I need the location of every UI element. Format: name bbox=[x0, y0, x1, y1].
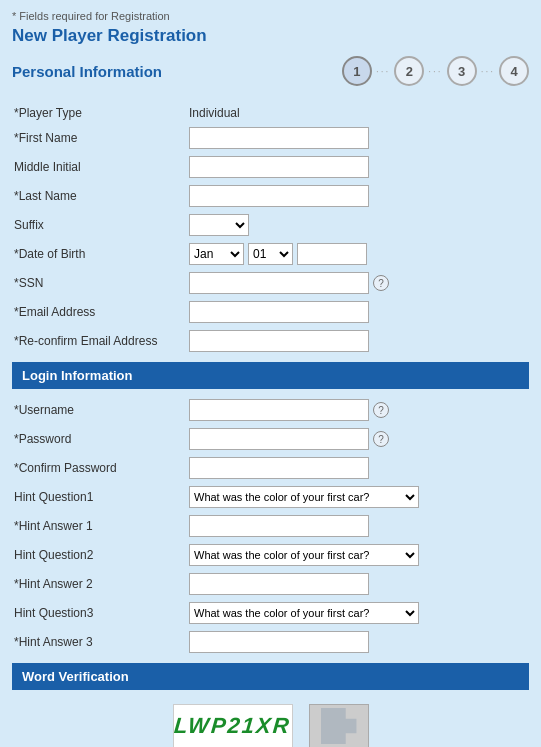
dob-label: *Date of Birth bbox=[14, 247, 189, 261]
confirm-password-row: *Confirm Password bbox=[12, 457, 529, 479]
hint-q2-select[interactable]: What was the color of your first car? bbox=[189, 544, 419, 566]
email-input[interactable] bbox=[189, 301, 369, 323]
password-label: *Password bbox=[14, 432, 189, 446]
hint-a3-label: *Hint Answer 3 bbox=[14, 635, 189, 649]
suffix-row: Suffix Jr. Sr. II III bbox=[12, 214, 529, 236]
username-input[interactable] bbox=[189, 399, 369, 421]
middle-initial-input[interactable] bbox=[189, 156, 369, 178]
middle-initial-row: Middle Initial bbox=[12, 156, 529, 178]
hint-a2-row: *Hint Answer 2 bbox=[12, 573, 529, 595]
reconfirm-email-input[interactable] bbox=[189, 330, 369, 352]
steps-indicator: 1 ··· 2 ··· 3 ··· 4 bbox=[342, 56, 529, 86]
password-input[interactable] bbox=[189, 428, 369, 450]
personal-info-title: Personal Information bbox=[12, 63, 342, 80]
login-info-section: *Username ? *Password ? *Confirm Passwor… bbox=[12, 399, 529, 653]
first-name-label: *First Name bbox=[14, 131, 189, 145]
dob-day-select[interactable]: 010203 040506 070809 10 bbox=[248, 243, 293, 265]
word-verify-section-bar: Word Verification bbox=[12, 663, 529, 690]
captcha-area: LWP21XR bbox=[12, 704, 529, 747]
first-name-input[interactable] bbox=[189, 127, 369, 149]
suffix-label: Suffix bbox=[14, 218, 189, 232]
step-dot-2: ··· bbox=[428, 66, 442, 77]
suffix-select[interactable]: Jr. Sr. II III bbox=[189, 214, 249, 236]
personal-info-section: *Player Type Individual *First Name Midd… bbox=[12, 106, 529, 352]
email-label: *Email Address bbox=[14, 305, 189, 319]
step-3[interactable]: 3 bbox=[447, 56, 477, 86]
hint-a3-row: *Hint Answer 3 bbox=[12, 631, 529, 653]
email-row: *Email Address bbox=[12, 301, 529, 323]
ssn-row: *SSN ? bbox=[12, 272, 529, 294]
username-row: *Username ? bbox=[12, 399, 529, 421]
player-type-label: *Player Type bbox=[14, 106, 189, 120]
hint-a3-input[interactable] bbox=[189, 631, 369, 653]
step-1[interactable]: 1 bbox=[342, 56, 372, 86]
hint-a2-input[interactable] bbox=[189, 573, 369, 595]
hint-q1-select[interactable]: What was the color of your first car? bbox=[189, 486, 419, 508]
hint-a2-label: *Hint Answer 2 bbox=[14, 577, 189, 591]
first-name-row: *First Name bbox=[12, 127, 529, 149]
password-row: *Password ? bbox=[12, 428, 529, 450]
required-note: * Fields required for Registration bbox=[12, 10, 529, 22]
hint-q3-label: Hint Question3 bbox=[14, 606, 189, 620]
word-verify-section: LWP21XR Get another challenge bbox=[12, 704, 529, 747]
captcha-image: LWP21XR bbox=[173, 704, 293, 747]
puzzle-piece-icon bbox=[321, 708, 357, 744]
last-name-label: *Last Name bbox=[14, 189, 189, 203]
dob-inputs: JanFebMar AprMayJun JulAugSep OctNovDec … bbox=[189, 243, 367, 265]
page-title: New Player Registration bbox=[12, 26, 529, 46]
username-label: *Username bbox=[14, 403, 189, 417]
hint-q3-row: Hint Question3 What was the color of you… bbox=[12, 602, 529, 624]
captcha-puzzle bbox=[309, 704, 369, 747]
ssn-input[interactable] bbox=[189, 272, 369, 294]
ssn-help-icon[interactable]: ? bbox=[373, 275, 389, 291]
hint-q1-label: Hint Question1 bbox=[14, 490, 189, 504]
dob-month-select[interactable]: JanFebMar AprMayJun JulAugSep OctNovDec bbox=[189, 243, 244, 265]
confirm-password-label: *Confirm Password bbox=[14, 461, 189, 475]
hint-a1-row: *Hint Answer 1 bbox=[12, 515, 529, 537]
reconfirm-email-label: *Re-confirm Email Address bbox=[14, 334, 189, 348]
hint-a1-input[interactable] bbox=[189, 515, 369, 537]
confirm-password-input[interactable] bbox=[189, 457, 369, 479]
ssn-label: *SSN bbox=[14, 276, 189, 290]
dob-year-input[interactable] bbox=[297, 243, 367, 265]
step-4[interactable]: 4 bbox=[499, 56, 529, 86]
player-type-value: Individual bbox=[189, 106, 240, 120]
username-help-icon[interactable]: ? bbox=[373, 402, 389, 418]
password-help-icon[interactable]: ? bbox=[373, 431, 389, 447]
last-name-input[interactable] bbox=[189, 185, 369, 207]
hint-q3-select[interactable]: What was the color of your first car? bbox=[189, 602, 419, 624]
player-type-row: *Player Type Individual bbox=[12, 106, 529, 120]
hint-a1-label: *Hint Answer 1 bbox=[14, 519, 189, 533]
step-2[interactable]: 2 bbox=[394, 56, 424, 86]
login-section-bar: Login Information bbox=[12, 362, 529, 389]
middle-initial-label: Middle Initial bbox=[14, 160, 189, 174]
captcha-text: LWP21XR bbox=[173, 713, 292, 739]
hint-q2-label: Hint Question2 bbox=[14, 548, 189, 562]
last-name-row: *Last Name bbox=[12, 185, 529, 207]
dob-row: *Date of Birth JanFebMar AprMayJun JulAu… bbox=[12, 243, 529, 265]
reconfirm-email-row: *Re-confirm Email Address bbox=[12, 330, 529, 352]
hint-q1-row: Hint Question1 What was the color of you… bbox=[12, 486, 529, 508]
step-dot-3: ··· bbox=[481, 66, 495, 77]
step-dot-1: ··· bbox=[376, 66, 390, 77]
hint-q2-row: Hint Question2 What was the color of you… bbox=[12, 544, 529, 566]
